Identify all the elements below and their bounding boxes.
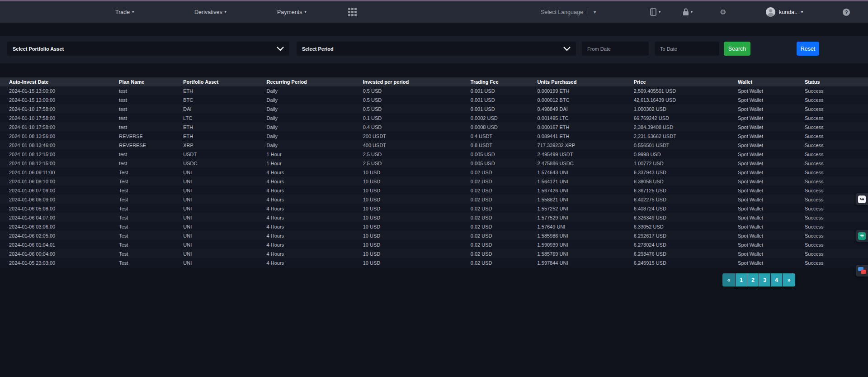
table-cell: 0.089441 ETH (536, 132, 632, 141)
nav-item-payments[interactable]: Payments ▾ (277, 1, 307, 23)
table-cell: ETH (181, 132, 264, 141)
table-cell: 0.001 USD (469, 86, 536, 95)
ledger-icon (650, 8, 657, 16)
language-selector[interactable]: Select Language ▼ (541, 1, 597, 23)
table-cell: test (117, 105, 181, 114)
table-cell: Spot Wallet (736, 105, 803, 114)
chevron-down-icon: ▾ (659, 10, 660, 14)
table-row: 2024-01-10 17:58:00testDAIDaily0.5 USD0.… (0, 105, 868, 114)
table-cell: 0.02 USD (469, 177, 536, 186)
table-cell: 6.326349 USD (632, 213, 736, 222)
table-cell: Success (803, 150, 868, 159)
table-cell: 10 USD (361, 258, 469, 267)
table-cell: 10 USD (361, 213, 469, 222)
reset-button[interactable]: Reset (797, 42, 819, 56)
table-cell: Success (803, 168, 868, 177)
table-cell: 0.4 USDT (469, 132, 536, 141)
table-cell: 717.339232 XRP (536, 141, 632, 150)
portfolio-asset-select[interactable]: Select Portfolio Asset (7, 42, 289, 56)
pagination-page-1[interactable]: 1 (736, 273, 747, 286)
from-date-input[interactable]: From Date (582, 42, 649, 56)
apps-grid-icon[interactable] (348, 8, 357, 17)
chatgpt-float-button[interactable]: ✳ (856, 230, 868, 242)
table-row: 2024-01-08 13:56:00REVERSEETHDaily200 US… (0, 132, 868, 141)
pagination-prev-button[interactable]: « (722, 273, 735, 286)
table-row: 2024-01-10 17:58:00testETHDaily0.4 USD0.… (0, 123, 868, 132)
nav-item-derivatives[interactable]: Derivatives ▾ (194, 1, 226, 23)
pagination-page-3[interactable]: 3 (759, 273, 770, 286)
pagination-page-2[interactable]: 2 (747, 273, 759, 286)
table-cell: 4 Hours (265, 258, 361, 267)
table-cell: LTC (181, 114, 264, 123)
table-cell: Spot Wallet (736, 186, 803, 195)
table-cell: Spot Wallet (736, 150, 803, 159)
table-row: 2024-01-15 13:00:00testBTCDaily0.5 USD0.… (0, 95, 868, 105)
pagination-next-button[interactable]: » (783, 273, 795, 286)
table-cell: 2024-01-08 12:15:00 (0, 150, 117, 159)
table-cell: Success (803, 177, 868, 186)
table-cell: 0.001 USD (469, 105, 536, 114)
to-date-input[interactable]: To Date (655, 42, 719, 56)
table-cell: 6.408724 USD (632, 204, 736, 213)
table-cell: 0.02 USD (469, 195, 536, 204)
share-float-button[interactable]: ↪ (856, 193, 868, 205)
table-cell: REVERSE (117, 132, 181, 141)
table-cell: Spot Wallet (736, 177, 803, 186)
to-date-placeholder: To Date (660, 46, 677, 52)
table-cell: 2024-01-06 08:10:00 (0, 177, 117, 186)
table-cell: ETH (181, 123, 264, 132)
table-cell: 4 Hours (265, 222, 361, 231)
table-cell: 1.597844 UNI (536, 258, 632, 267)
search-button[interactable]: Search (724, 42, 750, 56)
table-cell: 6.273024 USD (632, 240, 736, 249)
security-menu-button[interactable]: ▾ (683, 1, 693, 23)
help-button[interactable]: ? (843, 1, 850, 23)
table-row: 2024-01-08 12:15:00testUSDC1 Hour2.5 USD… (0, 159, 868, 168)
lock-icon (683, 8, 689, 16)
from-date-placeholder: From Date (587, 46, 611, 52)
table-cell: 1.585769 UNI (536, 249, 632, 258)
table-cell: UNI (181, 231, 264, 240)
table-cell: Success (803, 105, 868, 114)
chevron-down-icon: ▾ (801, 10, 803, 14)
table-cell: 1.585986 UNI (536, 231, 632, 240)
table-cell: 1.567426 UNI (536, 186, 632, 195)
table-cell: Spot Wallet (736, 168, 803, 177)
pagination-page-4[interactable]: 4 (771, 273, 782, 286)
table-cell: Daily (265, 114, 361, 123)
table-cell: 0.5 USD (361, 86, 469, 95)
nav-item-label: Payments (277, 9, 302, 15)
wallet-menu-button[interactable]: ▾ (650, 1, 660, 23)
table-cell: Spot Wallet (736, 123, 803, 132)
table-column-header: Price (632, 77, 736, 86)
chevron-down-icon: ▾ (132, 10, 134, 14)
settings-button[interactable]: ⚙ (720, 1, 726, 23)
table-row: 2024-01-06 05:08:00TestUNI4 Hours10 USD0… (0, 204, 868, 213)
chat-float-button[interactable] (856, 265, 868, 277)
user-menu[interactable]: kunda.. ▾ (766, 1, 803, 23)
table-row: 2024-01-06 09:11:00TestUNI4 Hours10 USD0… (0, 168, 868, 177)
table-cell: Spot Wallet (736, 258, 803, 267)
table-cell: 0.02 USD (469, 258, 536, 267)
table-cell: 2024-01-08 13:56:00 (0, 132, 117, 141)
table-cell: DAI (181, 105, 264, 114)
table-cell: 2.495499 USDT (536, 150, 632, 159)
language-label: Select Language (541, 9, 583, 15)
table-row: 2024-01-06 02:05:00TestUNI4 Hours10 USD0… (0, 231, 868, 240)
table-cell: 6.292617 USD (632, 231, 736, 240)
table-cell: Success (803, 141, 868, 150)
period-select[interactable]: Select Period (297, 42, 576, 56)
table-cell: 6.402275 USD (632, 195, 736, 204)
table-cell: 1 Hour (265, 150, 361, 159)
table-cell: Spot Wallet (736, 141, 803, 150)
language-caret-icon: ▼ (593, 10, 597, 14)
table-cell: Success (803, 114, 868, 123)
table-row: 2024-01-06 06:09:00TestUNI4 Hours10 USD0… (0, 195, 868, 204)
nav-item-trade[interactable]: Trade ▾ (115, 1, 134, 23)
table-cell: 2024-01-06 04:07:00 (0, 213, 117, 222)
table-column-header: Plan Name (117, 77, 181, 86)
table-column-header: Portfolio Asset (181, 77, 264, 86)
table-row: 2024-01-06 00:04:00TestUNI4 Hours10 USD0… (0, 249, 868, 258)
table-column-header: Auto-Invest Date (0, 77, 117, 86)
table-row: 2024-01-15 13:00:00testETHDaily0.5 USD0.… (0, 86, 868, 95)
